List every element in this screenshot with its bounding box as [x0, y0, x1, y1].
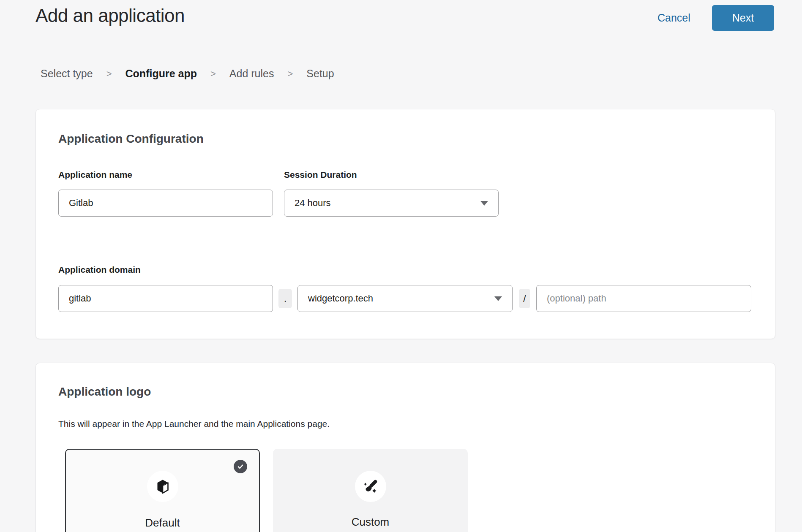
application-logo-card: Application logo This will appear in the… [35, 363, 775, 532]
logo-card-title: Application logo [58, 385, 151, 399]
step-configure-app[interactable]: Configure app [125, 68, 197, 80]
domain-select-value: widgetcorp.tech [308, 293, 373, 304]
logo-option-tiles: Default Custom [65, 449, 468, 532]
next-button[interactable]: Next [712, 5, 774, 31]
dot-separator: . [278, 289, 292, 308]
wizard-steps: Select type > Configure app > Add rules … [41, 68, 334, 80]
chevron-down-icon [480, 201, 488, 206]
application-name-input[interactable] [58, 190, 273, 217]
step-select-type[interactable]: Select type [41, 68, 93, 80]
logo-option-custom[interactable]: Custom [273, 449, 468, 532]
page-title: Add an application [35, 5, 185, 26]
selected-check-icon [234, 460, 247, 473]
step-separator-icon: > [106, 68, 112, 79]
slash-separator: / [519, 289, 530, 308]
path-input[interactable] [536, 285, 751, 312]
cancel-button[interactable]: Cancel [657, 12, 690, 24]
chevron-down-icon [494, 296, 502, 301]
logo-card-description: This will appear in the App Launcher and… [58, 419, 330, 429]
application-configuration-card: Application Configuration Application na… [35, 109, 775, 339]
session-duration-select[interactable]: 24 hours [284, 190, 499, 217]
step-separator-icon: > [210, 68, 216, 79]
application-domain-row: . widgetcorp.tech / [36, 285, 775, 312]
config-card-title: Application Configuration [58, 132, 204, 146]
logo-option-label: Default [66, 516, 259, 529]
application-domain-label: Application domain [58, 265, 141, 275]
session-duration-label: Session Duration [284, 170, 357, 180]
step-separator-icon: > [287, 68, 293, 79]
paintbrush-icon [355, 471, 386, 502]
domain-select[interactable]: widgetcorp.tech [297, 285, 513, 312]
step-add-rules[interactable]: Add rules [229, 68, 274, 80]
application-name-label: Application name [58, 170, 132, 180]
session-duration-value: 24 hours [295, 198, 331, 209]
subdomain-input[interactable] [58, 285, 273, 312]
logo-option-label: Custom [273, 516, 468, 529]
cube-icon [147, 471, 178, 502]
step-setup[interactable]: Setup [306, 68, 334, 80]
logo-option-default[interactable]: Default [65, 449, 260, 532]
